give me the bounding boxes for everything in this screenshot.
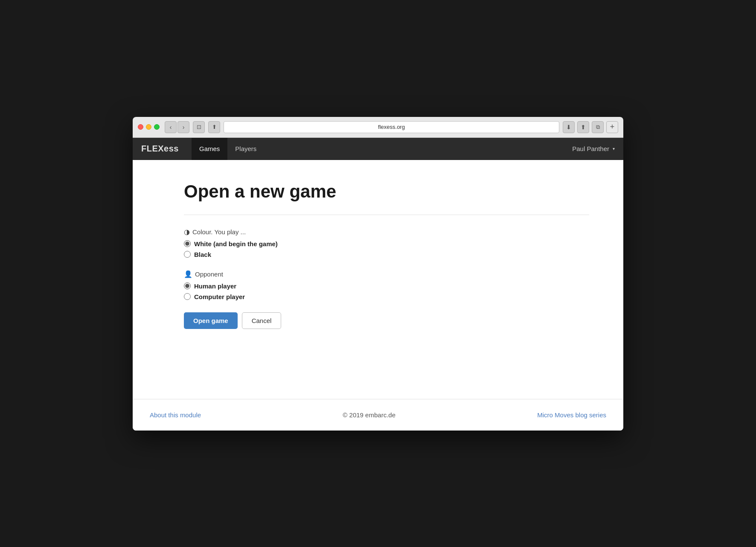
- opponent-section: 👤 Opponent Human player Computer player: [184, 270, 589, 300]
- user-name: Paul Panther: [572, 145, 609, 152]
- nav-item-games[interactable]: Games: [192, 138, 227, 160]
- opponent-section-label: 👤 Opponent: [184, 270, 589, 278]
- radio-human-label: Human player: [194, 282, 236, 290]
- cancel-button[interactable]: Cancel: [242, 312, 282, 329]
- opponent-icon: 👤: [184, 270, 192, 278]
- radio-computer[interactable]: [184, 293, 191, 300]
- radio-black-option[interactable]: Black: [184, 251, 589, 258]
- radio-black-label: Black: [194, 251, 211, 258]
- close-button[interactable]: [138, 124, 143, 130]
- radio-computer-option[interactable]: Computer player: [184, 293, 589, 300]
- colour-icon: ◑: [184, 228, 190, 236]
- radio-black[interactable]: [184, 251, 191, 258]
- browser-window: ‹ › ⊡ ⬆ flexess.org ⬇ ⬆ ⧉ + FLEXess Game…: [133, 117, 623, 431]
- navbar-user[interactable]: Paul Panther ▾: [572, 145, 615, 152]
- navbar-nav: Games Players: [192, 138, 572, 160]
- colour-label-text: Colour. You play ...: [192, 228, 246, 236]
- page-title: Open a new game: [184, 181, 589, 202]
- nav-item-players[interactable]: Players: [227, 138, 264, 160]
- footer-copyright: © 2019 embarc.de: [343, 411, 395, 419]
- download-button[interactable]: ⬇: [563, 121, 575, 133]
- radio-white-label: White (and begin the game): [194, 240, 278, 247]
- opponent-label-text: Opponent: [195, 271, 223, 278]
- main-content: Open a new game ◑ Colour. You play ... W…: [133, 160, 623, 399]
- footer: About this module © 2019 embarc.de Micro…: [133, 399, 623, 431]
- user-chevron-icon: ▾: [613, 146, 615, 151]
- radio-white[interactable]: [184, 240, 191, 247]
- back-button[interactable]: ‹: [165, 121, 177, 133]
- about-module-link[interactable]: About this module: [150, 411, 201, 419]
- colour-section-label: ◑ Colour. You play ...: [184, 228, 589, 236]
- traffic-lights: [138, 124, 160, 130]
- divider: [184, 215, 589, 215]
- micro-moves-link[interactable]: Micro Moves blog series: [537, 411, 606, 419]
- upload-button[interactable]: ⬆: [577, 121, 589, 133]
- radio-computer-label: Computer player: [194, 293, 245, 300]
- open-game-button[interactable]: Open game: [184, 312, 238, 329]
- share-button[interactable]: ⬆: [208, 121, 220, 133]
- button-group: Open game Cancel: [184, 312, 589, 329]
- maximize-button[interactable]: [154, 124, 160, 130]
- colour-section: ◑ Colour. You play ... White (and begin …: [184, 228, 589, 258]
- radio-human[interactable]: [184, 282, 191, 289]
- navbar-brand[interactable]: FLEXess: [141, 144, 179, 154]
- url-text: flexess.org: [378, 124, 405, 130]
- nav-buttons: ‹ ›: [165, 121, 189, 133]
- browser-chrome: ‹ › ⊡ ⬆ flexess.org ⬇ ⬆ ⧉ +: [133, 117, 623, 138]
- navbar: FLEXess Games Players Paul Panther ▾: [133, 138, 623, 160]
- address-bar[interactable]: flexess.org: [224, 121, 559, 133]
- forward-button[interactable]: ›: [177, 121, 189, 133]
- sidebar-button[interactable]: ⊡: [193, 121, 205, 133]
- radio-white-option[interactable]: White (and begin the game): [184, 240, 589, 247]
- chrome-right: ⬇ ⬆ ⧉ +: [563, 121, 618, 133]
- radio-human-option[interactable]: Human player: [184, 282, 589, 290]
- new-tab-button[interactable]: +: [606, 121, 618, 133]
- minimize-button[interactable]: [146, 124, 151, 130]
- tabs-button[interactable]: ⧉: [592, 121, 604, 133]
- app-window: FLEXess Games Players Paul Panther ▾ Ope…: [133, 138, 623, 431]
